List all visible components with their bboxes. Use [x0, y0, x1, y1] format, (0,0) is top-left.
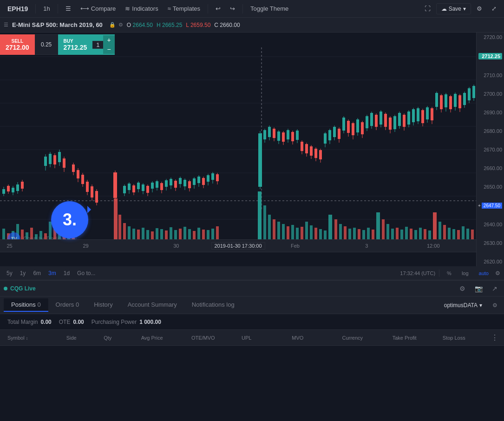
time-crosshair-label: 2019-01-30 17:30:00 — [211, 242, 265, 250]
th-currency[interactable]: Currency — [338, 335, 388, 341]
svg-rect-126 — [95, 191, 98, 203]
th-stop-loss[interactable]: Stop Loss — [439, 335, 489, 341]
undo-icon: ↩ — [216, 5, 221, 12]
th-avg-price[interactable]: Avg Price — [137, 335, 188, 341]
svg-rect-102 — [16, 184, 19, 191]
positions-settings-gear[interactable]: ⚙ — [490, 300, 500, 310]
th-more-button[interactable]: ⋮ — [489, 333, 500, 342]
tab-account-summary[interactable]: Account Summary — [120, 298, 184, 312]
timeframe-1d[interactable]: 1d — [61, 269, 72, 277]
cqg-expand-icon[interactable]: ↗ — [489, 284, 500, 293]
l-value: 2659.50 — [190, 22, 210, 28]
h-label: H — [157, 22, 161, 28]
total-margin-item: Total Margin 0.00 — [7, 319, 52, 325]
svg-rect-208 — [342, 118, 345, 131]
tutorial-bubble[interactable]: 3. — [51, 201, 88, 238]
minus-icon: − — [107, 46, 111, 53]
svg-rect-186 — [291, 132, 294, 141]
ote-item: OTE 0.00 — [59, 319, 84, 325]
spread-display: 0.25 — [35, 34, 58, 55]
timeframe-1y[interactable]: 1y — [17, 269, 29, 277]
svg-rect-214 — [356, 119, 359, 132]
toolbar-right: ⛶ ☁ Save ▾ ⚙ ⤢ — [421, 3, 500, 14]
c-value: 2660.00 — [220, 22, 240, 28]
bar-icon: ☰ — [65, 5, 71, 12]
gear-icon: ⚙ — [492, 302, 497, 309]
price-label-2630: 2630.00 — [478, 240, 502, 246]
positions-badge: 0 — [37, 301, 40, 308]
tabs-bar: Positions 0 Orders 0 History Account Sum… — [0, 296, 504, 314]
undo-button[interactable]: ↩ — [212, 3, 224, 14]
svg-rect-204 — [333, 127, 336, 137]
svg-rect-182 — [282, 132, 285, 142]
indicators-button[interactable]: ≋ Indicators — [121, 3, 162, 14]
buy-button[interactable]: BUY 2712.25 1 + − — [58, 34, 115, 55]
timeframe-3m[interactable]: 3m — [46, 269, 59, 277]
tab-positions[interactable]: Positions 0 — [4, 298, 48, 312]
purchasing-power-value: 1 000.00 — [139, 319, 161, 325]
save-button[interactable]: ☁ Save ▾ — [436, 3, 471, 14]
toggle-theme-button[interactable]: Toggle Theme — [247, 3, 292, 14]
goto-button[interactable]: Go to... — [74, 269, 98, 277]
h-value: 2665.25 — [162, 22, 182, 28]
svg-rect-86 — [433, 212, 437, 243]
lock-icon[interactable]: 🔒 — [109, 22, 116, 28]
order-ticket: SELL 2712.00 0.25 BUY 2712.25 1 + − — [0, 34, 115, 55]
account-selector[interactable]: optimusDATA ▾ — [440, 300, 486, 310]
account-name: optimusDATA — [444, 302, 478, 309]
svg-rect-50 — [263, 205, 266, 243]
settings-button[interactable]: ⚙ — [473, 3, 486, 14]
sell-button[interactable]: SELL 2712.00 — [0, 34, 35, 55]
buy-inner: BUY 2712.25 — [58, 37, 93, 53]
auto-toggle[interactable]: auto — [475, 270, 492, 277]
price-label-2700: 2700.00 — [478, 91, 502, 97]
th-qty[interactable]: Qty — [100, 335, 137, 341]
th-upl[interactable]: UPL — [238, 335, 288, 341]
svg-rect-96 — [2, 189, 5, 194]
redo-button[interactable]: ↪ — [226, 3, 239, 14]
sell-label: SELL — [12, 39, 24, 44]
svg-rect-190 — [301, 142, 303, 151]
th-side[interactable]: Side — [63, 335, 100, 341]
th-symbol[interactable]: Symbol ↕ — [4, 335, 63, 341]
th-mvo[interactable]: MVO — [288, 335, 338, 341]
timeframe-5y[interactable]: 5y — [4, 269, 15, 277]
qty-decrease-button[interactable]: − — [103, 45, 114, 54]
notifications-log-label: Notifications log — [192, 301, 235, 308]
svg-rect-210 — [347, 121, 350, 133]
crosshair-price-container: + 2647.50 — [478, 203, 502, 209]
svg-rect-170 — [216, 174, 219, 181]
buy-label: BUY — [64, 39, 73, 44]
cqg-snapshot-icon[interactable]: 📷 — [472, 284, 485, 293]
timeframe-button[interactable]: 1h — [39, 3, 53, 14]
cqg-status-bar: CQG Live ⚙ 📷 ↗ — [0, 281, 504, 296]
l-label: L — [186, 22, 189, 28]
compare-button[interactable]: ⟷ Compare — [77, 3, 119, 14]
expand-button[interactable]: ⤢ — [488, 3, 500, 14]
th-take-profit[interactable]: Take Profit — [389, 335, 439, 341]
bar-type-button[interactable]: ☰ — [62, 3, 75, 14]
templates-label: Templates — [173, 5, 200, 12]
svg-rect-134 — [132, 185, 135, 192]
qty-increase-button[interactable]: + — [103, 35, 114, 45]
svg-rect-240 — [417, 108, 419, 121]
templates-button[interactable]: ≈ Templates — [164, 3, 204, 14]
svg-rect-120 — [81, 175, 84, 184]
svg-rect-176 — [268, 127, 271, 137]
svg-rect-162 — [197, 177, 200, 183]
fullscreen-button[interactable]: ⛶ — [421, 3, 434, 14]
tab-notifications-log[interactable]: Notifications log — [184, 298, 242, 312]
cqg-settings-icon[interactable]: ⚙ — [457, 284, 468, 293]
settings-icon[interactable]: ⚙ — [118, 22, 123, 28]
timeframe-6m[interactable]: 6m — [30, 269, 44, 277]
ohlc-o: O 2664.50 — [127, 22, 153, 28]
svg-rect-218 — [366, 116, 368, 128]
chart-settings-gear[interactable]: ⚙ — [495, 270, 500, 276]
tab-orders[interactable]: Orders 0 — [48, 298, 87, 312]
log-toggle[interactable]: log — [458, 270, 472, 277]
pct-toggle[interactable]: % — [443, 270, 455, 277]
tab-history[interactable]: History — [86, 298, 120, 312]
qty-value: 1 — [96, 41, 99, 48]
svg-rect-264 — [472, 86, 475, 98]
th-ote-mvo[interactable]: OTE/MVO — [188, 335, 238, 341]
